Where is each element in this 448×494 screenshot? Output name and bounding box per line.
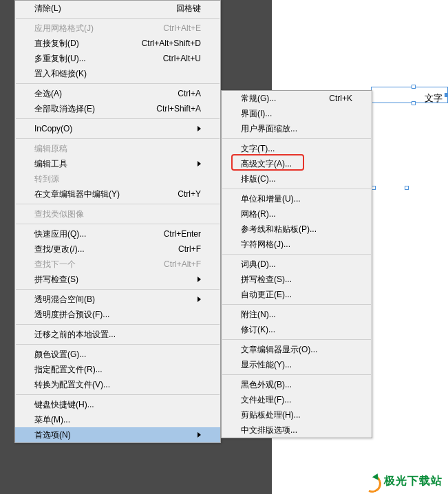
menu-item: 编辑原稿 <box>15 141 220 156</box>
menu-item-shortcut: Ctrl+Enter <box>164 229 201 239</box>
menu-item[interactable]: 自动更正(E)... <box>222 287 372 302</box>
menu-item[interactable]: 附注(N)... <box>222 307 372 322</box>
menu-item[interactable]: 文件处理(F)... <box>222 392 372 407</box>
menu-item[interactable]: 菜单(M)... <box>15 412 220 427</box>
menu-item[interactable]: 直接复制(D)Ctrl+Alt+Shift+D <box>15 36 220 51</box>
menu-item[interactable]: 字符网格(J)... <box>222 237 372 252</box>
menu-item-label: 文字(T)... <box>241 143 352 155</box>
menu-item[interactable]: 剪贴板处理(H)... <box>222 407 372 422</box>
menu-item[interactable]: 清除(L)回格键 <box>15 1 220 16</box>
menu-item[interactable]: 拼写检查(S)... <box>222 272 372 287</box>
menu-item-label: 置入和链接(K) <box>34 68 201 80</box>
menu-item-label: 首选项(N) <box>34 429 177 441</box>
menu-item-shortcut: Ctrl+Alt+Shift+D <box>142 39 201 48</box>
menu-item-label: 直接复制(D) <box>34 38 121 50</box>
menu-item[interactable]: 常规(G)...Ctrl+K <box>222 91 372 106</box>
menu-separator <box>16 118 220 119</box>
menu-item[interactable]: 键盘快捷键(H)... <box>15 397 220 412</box>
menu-item[interactable]: 黑色外观(B)... <box>222 377 372 392</box>
menu-item: 查找下一个Ctrl+Alt+F <box>15 257 220 272</box>
menu-item[interactable]: 拼写检查(S) <box>15 272 220 287</box>
menu-item[interactable]: 界面(I)... <box>222 106 372 121</box>
menu-item-label: 颜色设置(G)... <box>34 349 201 361</box>
menu-item[interactable]: 首选项(N) <box>15 427 220 442</box>
menu-item-shortcut: Ctrl+K <box>329 94 352 103</box>
menu-item[interactable]: 排版(C)... <box>222 171 372 186</box>
menu-item: 转到源 <box>15 171 220 186</box>
menu-item[interactable]: InCopy(O) <box>15 121 220 136</box>
menu-separator <box>222 339 371 340</box>
menu-item-label: InCopy(O) <box>34 124 177 133</box>
selection-handle[interactable] <box>405 186 409 190</box>
menu-item-label: 查找类似图像 <box>34 208 201 220</box>
menu-item[interactable]: 网格(R)... <box>222 206 372 222</box>
menu-item-label: 字符网格(J)... <box>241 239 352 250</box>
menu-item-label: 快速应用(Q)... <box>34 228 143 240</box>
menu-separator <box>16 224 220 224</box>
selection-handle[interactable] <box>412 85 416 89</box>
menu-item-shortcut: Ctrl+Shift+A <box>156 104 201 114</box>
menu-item[interactable]: 文字(T)... <box>222 141 372 156</box>
menu-item-label: 拼写检查(S) <box>34 274 177 286</box>
menu-item[interactable]: 中文排版选项... <box>222 422 372 438</box>
menu-item[interactable]: 高级文字(A)... <box>222 156 372 171</box>
menu-item-shortcut: Ctrl+Alt+F <box>164 259 201 269</box>
menu-separator <box>222 374 371 375</box>
selection-handle[interactable] <box>445 93 448 97</box>
submenu-arrow-icon <box>198 161 201 167</box>
menu-item-shortcut: Ctrl+Y <box>178 189 201 199</box>
menu-item: 应用网格格式(J)Ctrl+Alt+E <box>15 21 220 36</box>
menu-item[interactable]: 快速应用(Q)...Ctrl+Enter <box>15 226 220 241</box>
menu-item-label: 界面(I)... <box>241 108 352 120</box>
menu-item[interactable]: 在文章编辑器中编辑(Y)Ctrl+Y <box>15 186 220 202</box>
menu-item[interactable]: 查找/更改(/)...Ctrl+F <box>15 241 220 257</box>
menu-item[interactable]: 修订(K)... <box>222 322 372 337</box>
menu-item-shortcut: Ctrl+Alt+E <box>163 23 201 33</box>
menu-item[interactable]: 全部取消选择(E)Ctrl+Shift+A <box>15 101 220 116</box>
menu-item[interactable]: 全选(A)Ctrl+A <box>15 86 220 101</box>
menu-item: 查找类似图像 <box>15 206 220 222</box>
submenu-arrow-icon <box>198 126 201 131</box>
menu-item-label: 用户界面缩放... <box>241 123 352 135</box>
selection-handle[interactable] <box>412 101 416 105</box>
menu-item-label: 修订(K)... <box>241 324 352 336</box>
menu-item-label: 查找下一个 <box>34 259 143 270</box>
menu-item[interactable]: 指定配置文件(R)... <box>15 362 220 377</box>
menu-item[interactable]: 用户界面缩放... <box>222 121 372 136</box>
menu-item[interactable]: 编辑工具 <box>15 156 220 171</box>
submenu-arrow-icon <box>198 277 201 282</box>
menu-item-label: 查找/更改(/)... <box>34 244 158 255</box>
menu-item-label: 单位和增量(U)... <box>241 193 352 205</box>
menu-item[interactable]: 多重复制(U)...Ctrl+Alt+U <box>15 51 220 66</box>
menu-separator <box>16 394 220 395</box>
menu-item-label: 在文章编辑器中编辑(Y) <box>34 189 157 200</box>
menu-item-label: 显示性能(Y)... <box>241 359 352 371</box>
menu-item[interactable]: 透明度拼合预设(F)... <box>15 307 220 322</box>
submenu-arrow-icon <box>198 297 201 302</box>
menu-separator <box>222 138 371 139</box>
menu-item-label: 附注(N)... <box>241 309 352 321</box>
menu-item-label: 编辑工具 <box>34 158 177 170</box>
menu-item[interactable]: 单位和增量(U)... <box>222 191 372 206</box>
menu-item[interactable]: 迁移之前的本地设置... <box>15 327 220 342</box>
menu-item[interactable]: 文章编辑器显示(O)... <box>222 342 372 357</box>
menu-item[interactable]: 转换为配置文件(V)... <box>15 377 220 392</box>
menu-item[interactable]: 置入和链接(K) <box>15 66 220 81</box>
menu-separator <box>16 18 220 19</box>
menu-item[interactable]: 参考线和粘贴板(P)... <box>222 222 372 237</box>
menu-item-label: 文章编辑器显示(O)... <box>241 344 352 356</box>
edit-context-menu: 清除(L)回格键应用网格格式(J)Ctrl+Alt+E直接复制(D)Ctrl+A… <box>14 0 221 443</box>
menu-item-label: 清除(L) <box>34 3 156 14</box>
selection-frame-top[interactable] <box>371 87 448 103</box>
menu-item[interactable]: 词典(D)... <box>222 257 372 272</box>
menu-item-label: 常规(G)... <box>241 93 308 105</box>
menu-item-label: 迁移之前的本地设置... <box>34 329 201 341</box>
menu-item-label: 高级文字(A)... <box>241 158 352 170</box>
menu-item-label: 透明度拼合预设(F)... <box>34 309 201 321</box>
menu-item-label: 拼写检查(S)... <box>241 274 352 286</box>
menu-item[interactable]: 透明混合空间(B) <box>15 292 220 307</box>
menu-item-label: 排版(C)... <box>241 173 352 185</box>
menu-item[interactable]: 颜色设置(G)... <box>15 347 220 362</box>
menu-item[interactable]: 显示性能(Y)... <box>222 357 372 372</box>
menu-item-label: 网格(R)... <box>241 208 352 220</box>
